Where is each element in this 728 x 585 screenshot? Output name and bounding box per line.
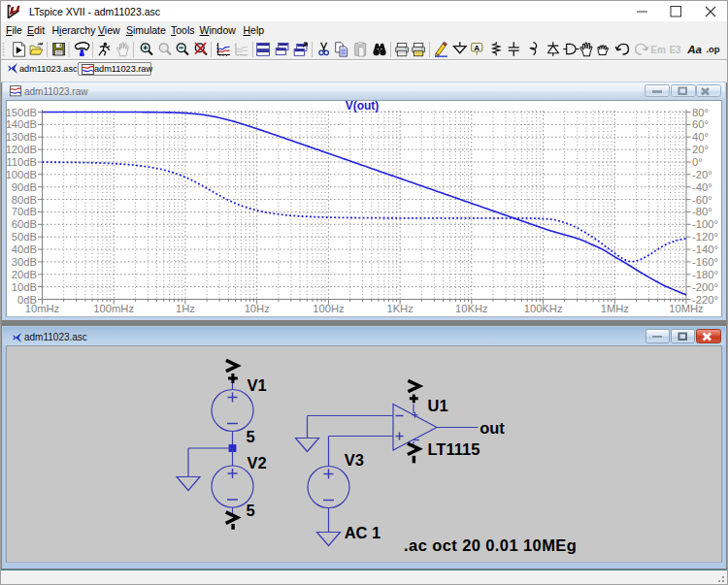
- svg-text:A: A: [474, 44, 480, 52]
- svg-text:Em: Em: [650, 45, 666, 55]
- svg-text:.op: .op: [706, 44, 719, 54]
- svg-text:Aa: Aa: [686, 44, 702, 55]
- svg-text:E3: E3: [669, 45, 681, 55]
